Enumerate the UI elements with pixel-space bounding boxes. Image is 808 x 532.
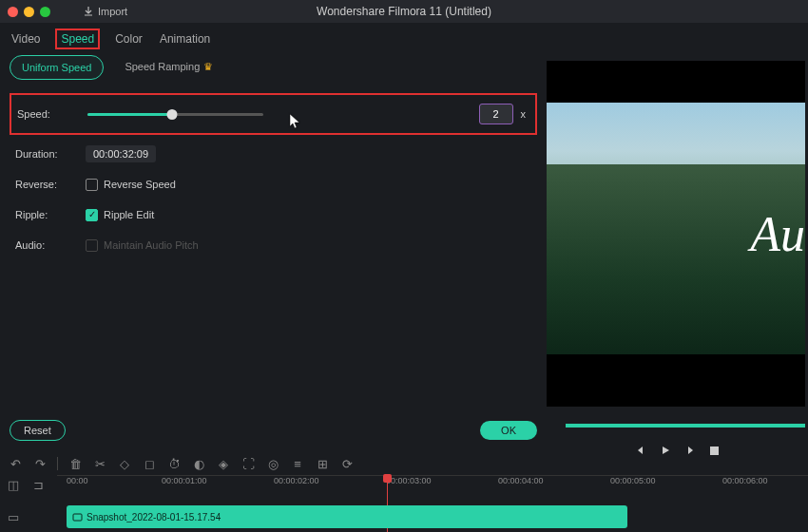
reverse-cb-label: Reverse Speed (104, 179, 176, 190)
timeline-toolbar: ↶ ↷ 🗑 ✂ ◇ ◻ ⏱ ◐ ◈ ⛶ ◎ ≡ ⊞ ⟳ (6, 452, 356, 475)
reverse-checkbox[interactable] (86, 179, 98, 191)
audio-label: Audio: (10, 239, 86, 251)
track-lock-icon[interactable]: ▭ (6, 509, 21, 524)
minimize-window-button[interactable] (24, 7, 34, 17)
reset-button[interactable]: Reset (10, 420, 66, 441)
redo-button[interactable]: ↷ (32, 456, 48, 471)
speed-tool-icon[interactable]: ⏱ (166, 456, 182, 471)
property-tabs: Video Speed Color Animation (0, 23, 808, 55)
track-magnet-icon[interactable]: ⊐ (30, 477, 46, 492)
menu-icon[interactable]: ≡ (290, 456, 305, 471)
timeline: ◫ ⊐ ▭ 00:00 00:00:01:00 00:00:02:00 00:0… (0, 475, 808, 532)
ripple-cb-label: Ripple Edit (104, 209, 154, 220)
playback-controls (547, 445, 808, 456)
next-frame-button[interactable] (684, 445, 696, 456)
duration-label: Duration: (10, 148, 86, 160)
titlebar: Import Wondershare Filmora 11 (Untitled) (0, 0, 808, 23)
ok-button[interactable]: OK (480, 421, 537, 440)
audio-checkbox (86, 239, 98, 252)
preview-frame: Au (547, 61, 805, 407)
svg-rect-1 (73, 514, 82, 521)
tick-label: 00:00:05:00 (610, 476, 656, 485)
marker-icon[interactable]: ◇ (117, 456, 132, 471)
window-controls (8, 7, 50, 17)
audio-cb-label: Maintain Audio Pitch (104, 239, 199, 251)
undo-button[interactable]: ↶ (8, 456, 23, 471)
crop-button[interactable]: ◻ (142, 456, 157, 471)
subtab-speed-ramping[interactable]: Speed Ramping♛ (113, 55, 224, 80)
speed-label: Speed: (11, 108, 87, 120)
speed-panel: Uniform Speed Speed Ramping♛ Speed: x Du… (0, 55, 547, 456)
duration-value[interactable]: 00:00:32:09 (86, 145, 156, 162)
subtab-uniform-speed[interactable]: Uniform Speed (10, 55, 104, 80)
speed-slider-thumb[interactable] (166, 109, 177, 120)
clip-type-icon (72, 512, 83, 522)
play-button[interactable] (660, 445, 671, 456)
split-button[interactable]: ✂ (92, 456, 107, 471)
import-label: Import (98, 6, 127, 17)
stop-button[interactable] (709, 445, 721, 456)
timeline-ruler[interactable]: 00:00 00:00:01:00 00:00:02:00 00:00:03:0… (57, 475, 808, 494)
preview-scrubber[interactable] (566, 424, 805, 428)
speed-subtabs: Uniform Speed Speed Ramping♛ (10, 55, 537, 80)
clip-name: Snapshot_2022-08-01-15.17.54 (87, 512, 221, 522)
subtab-ramping-label: Speed Ramping (125, 61, 200, 72)
crown-icon: ♛ (203, 61, 213, 72)
speed-input[interactable] (479, 104, 513, 124)
speed-row-highlight: Speed: x (10, 93, 537, 135)
tab-video[interactable]: Video (10, 28, 42, 49)
expand-icon[interactable]: ⛶ (240, 456, 256, 471)
ripple-label: Ripple: (10, 209, 86, 220)
tick-label: 00:00:04:00 (498, 476, 544, 485)
overlay-text: Au (750, 206, 805, 262)
tick-label: 00:00:02:00 (274, 476, 319, 485)
preview-viewport[interactable]: Au (547, 61, 805, 407)
panel-footer: Reset OK (10, 420, 537, 441)
color-tool-icon[interactable]: ◐ (191, 456, 206, 471)
speed-suffix: x (521, 108, 527, 120)
delete-button[interactable]: 🗑 (67, 456, 83, 471)
import-button[interactable]: Import (83, 6, 127, 17)
ripple-checkbox[interactable] (86, 209, 98, 221)
import-icon (83, 6, 94, 17)
tick-label: 00:00:01:00 (162, 476, 207, 485)
reverse-label: Reverse: (10, 179, 86, 190)
render-icon[interactable]: ⟳ (339, 456, 355, 471)
tab-speed[interactable]: Speed (55, 28, 100, 49)
track-visibility-icon[interactable]: ◫ (6, 477, 21, 492)
tab-color[interactable]: Color (113, 28, 144, 49)
window-title: Wondershare Filmora 11 (Untitled) (317, 5, 491, 18)
mask-icon[interactable]: ◎ (265, 456, 280, 471)
maximize-window-button[interactable] (40, 7, 50, 17)
speed-slider[interactable] (87, 113, 263, 116)
prev-frame-button[interactable] (635, 445, 646, 456)
tick-label: 00:00 (67, 476, 88, 485)
svg-rect-0 (710, 446, 719, 455)
tick-label: 00:00:06:00 (722, 476, 768, 485)
preview-panel: Au (547, 55, 808, 456)
audio-sync-icon[interactable]: ⊞ (315, 456, 330, 471)
close-window-button[interactable] (8, 7, 18, 17)
keyframe-icon[interactable]: ◈ (216, 456, 231, 471)
tab-animation[interactable]: Animation (158, 28, 212, 49)
timeline-clip[interactable]: Snapshot_2022-08-01-15.17.54 (67, 505, 627, 528)
tick-label: 00:00:03:00 (386, 476, 432, 485)
